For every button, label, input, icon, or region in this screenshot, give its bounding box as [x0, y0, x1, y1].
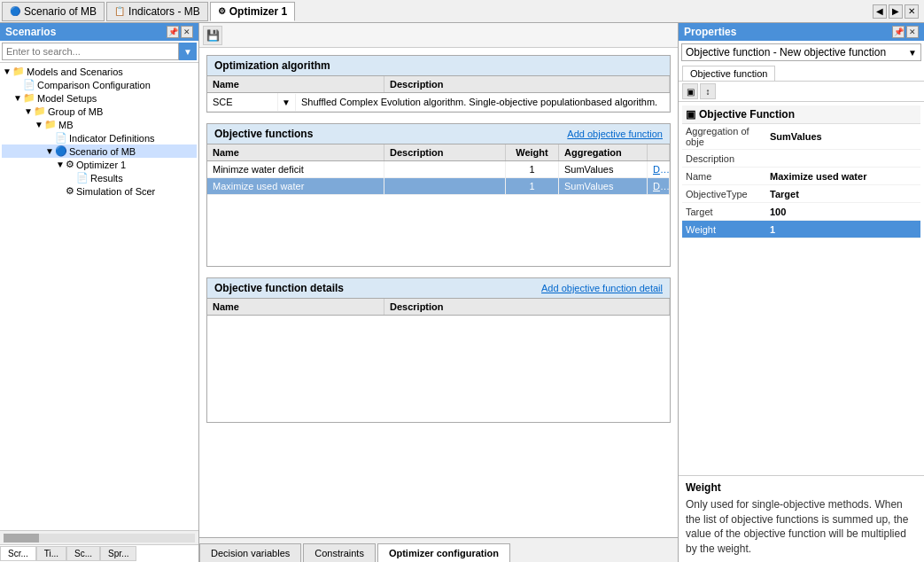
expander-root[interactable]: ▼ — [2, 66, 12, 76]
compconfig-icon: 📄 — [23, 79, 35, 90]
obj-row-1-weight: 1 — [506, 178, 559, 194]
props-label-4: Target — [686, 207, 770, 217]
props-value-5: 1 — [770, 224, 917, 235]
tree-item-scenariomb[interactable]: ▼ 🔵 Scenario of MB — [2, 144, 197, 158]
bottom-tab-scr[interactable]: Scr... — [0, 546, 36, 561]
bottom-tab-ti[interactable]: Ti... — [36, 546, 66, 561]
tab-optimizer1[interactable]: ⚙ Optimizer 1 — [210, 2, 295, 21]
algo-arrow-sce: ▼ — [278, 94, 296, 111]
add-obj-detail-link[interactable]: Add objective function detail — [541, 283, 663, 293]
center-content: 💾 Optimization algorithm Name Descriptio… — [199, 23, 678, 562]
bottom-tabs: Decision variables Constraints Optimizer… — [199, 537, 678, 562]
h-scrollbar[interactable] — [0, 530, 198, 544]
tree-item-mb[interactable]: ▼ 📁 MB — [2, 118, 197, 131]
tab-indicators-mb[interactable]: 📋 Indicators - MB — [106, 2, 208, 21]
tab-optimizer-configuration[interactable]: Optimizer configuration — [377, 543, 510, 562]
obj-detail-empty-space — [207, 316, 670, 422]
pin-button[interactable]: 📌 — [167, 26, 179, 38]
props-row-0[interactable]: Aggregation of obje SumValues — [682, 124, 920, 150]
props-toolbar: ▣ ↕ — [679, 82, 924, 102]
search-button[interactable]: ▼ — [179, 43, 197, 60]
props-tab-objective-function[interactable]: Objective function — [682, 66, 775, 81]
tab-nav-next[interactable]: ▶ — [889, 4, 903, 19]
obj-col-name: Name — [207, 144, 384, 160]
tree-item-optimizer1[interactable]: ▼ ⚙ Optimizer 1 — [2, 158, 197, 171]
detail-col-name: Name — [207, 299, 384, 315]
tree-item-inddef[interactable]: 📄 Indicator Definitions — [2, 131, 197, 144]
props-section-header: ▣ Objective Function — [682, 105, 920, 124]
props-row-4[interactable]: Target 100 — [682, 203, 920, 221]
tab-nav-prev[interactable]: ◀ — [873, 4, 887, 19]
tree-item-modelsetups[interactable]: ▼ 📁 Model Setups — [2, 91, 197, 105]
scenarios-header: Scenarios 📌 ✕ — [0, 23, 198, 41]
tab-decision-variables[interactable]: Decision variables — [199, 543, 301, 562]
algo-desc-sce: Shuffled Complex Evolution algorithm. Si… — [296, 93, 670, 111]
algo-col-name: Name — [207, 76, 384, 92]
toolbar-strip: 💾 — [199, 23, 678, 48]
tab-constraints[interactable]: Constraints — [303, 543, 376, 562]
props-row-2[interactable]: Name Maximize used water — [682, 168, 920, 185]
properties-panel: Properties 📌 ✕ Objective function - New … — [678, 23, 924, 562]
tree-item-root[interactable]: ▼ 📁 Models and Scenarios — [2, 65, 197, 78]
detail-col-desc: Description — [384, 299, 670, 315]
h-scroll-thumb — [4, 534, 39, 542]
expander-mb[interactable]: ▼ — [34, 120, 44, 129]
algo-table-header: Name Description — [207, 76, 670, 93]
obj-func-header: Objective functions Add objective functi… — [207, 124, 670, 144]
props-row-5[interactable]: Weight 1 — [682, 221, 920, 238]
props-value-2: Maximize used water — [770, 171, 917, 182]
algo-row-sce[interactable]: SCE ▼ Shuffled Complex Evolution algorit… — [207, 93, 670, 112]
obj-row-0-action[interactable]: D... — [648, 161, 670, 177]
obj-row-1-agg: SumValues — [559, 178, 648, 194]
tree-item-compconfig[interactable]: 📄 Comparison Configuration — [2, 78, 197, 91]
props-toolbar-btn1[interactable]: ▣ — [682, 83, 698, 99]
props-dropdown[interactable]: Objective function - New objective funct… — [681, 43, 921, 61]
props-row-1[interactable]: Description — [682, 150, 920, 168]
props-value-4: 100 — [770, 207, 917, 217]
scenarios-panel: Scenarios 📌 ✕ ▼ ▼ 📁 Models and Scenarios… — [0, 23, 199, 562]
props-dropdown-value: Objective function - New objective funct… — [686, 46, 886, 59]
props-sort-btn[interactable]: ↕ — [700, 83, 716, 99]
h-scroll-track — [4, 534, 195, 542]
obj-col-action — [648, 144, 670, 160]
tab-close[interactable]: ✕ — [905, 4, 919, 19]
content-area: Optimization algorithm Name Description … — [199, 48, 678, 537]
props-section-title: Objective Function — [699, 108, 795, 121]
props-label-5: Weight — [686, 224, 770, 235]
props-section-icon: ▣ — [686, 108, 695, 121]
bottom-tab-sc[interactable]: Sc... — [66, 546, 100, 561]
tree-item-groupmb[interactable]: ▼ 📁 Group of MB — [2, 105, 197, 118]
props-pin-button[interactable]: 📌 — [892, 26, 905, 38]
tree-item-simscer[interactable]: ⚙ Simulation of Scer — [2, 184, 197, 198]
add-objective-function-link[interactable]: Add objective function — [567, 129, 663, 139]
tree-item-results[interactable]: 📄 Results — [2, 171, 197, 184]
props-row-3[interactable]: ObjectiveType Target — [682, 185, 920, 203]
obj-row-1-action[interactable]: D... — [648, 178, 670, 194]
expander-scenariomb[interactable]: ▼ — [44, 146, 55, 156]
props-title: Properties — [684, 26, 736, 38]
props-label-1: Description — [686, 153, 770, 164]
panel-bottom-tabs: Scr... Ti... Sc... Spr... — [0, 544, 198, 562]
obj-row-0[interactable]: Minimze water deficit 1 SumValues D... — [207, 161, 670, 178]
props-help-text: Only used for single-objective methods. … — [686, 497, 917, 557]
props-close-button[interactable]: ✕ — [906, 26, 919, 38]
tab-scenario-mb[interactable]: 🔵 Scenario of MB — [2, 2, 105, 21]
results-icon: 📄 — [76, 172, 89, 183]
obj-row-1[interactable]: Maximize used water 1 SumValues D... — [207, 178, 670, 195]
expander-optimizer1[interactable]: ▼ — [55, 160, 66, 169]
props-content: ▣ Objective Function Aggregation of obje… — [679, 102, 924, 475]
bottom-tab-spr[interactable]: Spr... — [100, 546, 136, 561]
search-bar: ▼ — [0, 41, 198, 63]
expander-modelsetups[interactable]: ▼ — [12, 93, 23, 103]
obj-row-0-desc — [384, 161, 506, 177]
props-value-3: Target — [770, 189, 917, 199]
expander-groupmb[interactable]: ▼ — [23, 106, 34, 116]
search-input[interactable] — [2, 43, 179, 60]
optimizer1-icon: ⚙ — [66, 159, 74, 170]
obj-func-empty-space — [207, 195, 670, 266]
props-help: Weight Only used for single-objective me… — [679, 475, 924, 562]
save-button[interactable]: 💾 — [203, 26, 222, 45]
algo-name-sce: SCE — [207, 93, 278, 111]
close-panel-button[interactable]: ✕ — [181, 26, 193, 38]
dropdown-arrow-icon: ▼ — [908, 48, 917, 58]
